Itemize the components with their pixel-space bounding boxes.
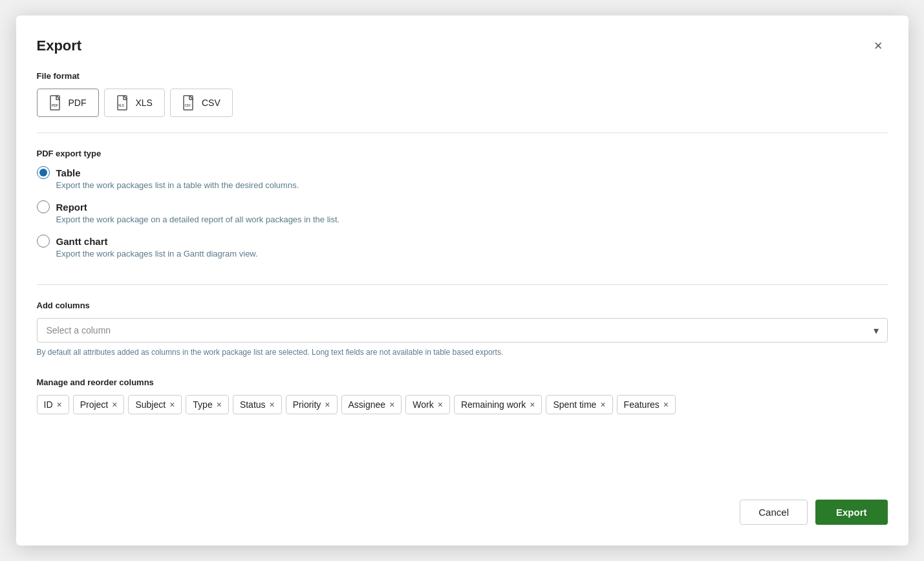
- export-type-report: Report Export the work package on a deta…: [37, 200, 888, 224]
- divider-1: [37, 132, 888, 133]
- column-chip-label-work: Work: [413, 399, 433, 410]
- column-chip-remove-subject[interactable]: ×: [169, 400, 175, 409]
- column-chip-remove-features[interactable]: ×: [663, 400, 669, 409]
- column-chip-spent-time: Spent time×: [546, 395, 612, 414]
- column-chip-label-remaining-work: Remaining work: [461, 399, 526, 410]
- export-type-gantt: Gantt chart Export the work packages lis…: [37, 235, 888, 259]
- radio-report[interactable]: [37, 200, 50, 213]
- add-columns-section: Add columns Select a column ▾ By default…: [37, 301, 888, 367]
- csv-icon: CSV: [182, 94, 197, 111]
- svg-text:CSV: CSV: [184, 104, 190, 107]
- column-chip-remove-priority[interactable]: ×: [325, 400, 330, 409]
- column-chip-priority: Priority×: [286, 395, 338, 414]
- divider-2: [37, 284, 888, 285]
- dialog-footer: Cancel Export: [37, 484, 888, 525]
- column-chip-assignee: Assignee×: [341, 395, 402, 414]
- column-chip-remove-id[interactable]: ×: [57, 400, 62, 409]
- column-chip-label-priority: Priority: [293, 399, 321, 410]
- column-chip-remove-remaining-work[interactable]: ×: [530, 400, 535, 409]
- column-chip-remove-work[interactable]: ×: [438, 400, 443, 409]
- format-pdf-label: PDF: [69, 98, 87, 108]
- column-select[interactable]: Select a column: [37, 318, 888, 343]
- export-type-report-row: Report: [37, 200, 888, 213]
- column-chip-subject: Subject×: [128, 395, 182, 414]
- add-columns-label: Add columns: [37, 301, 888, 310]
- column-chip-label-subject: Subject: [135, 399, 166, 410]
- radio-table-label: Table: [56, 167, 81, 178]
- export-dialog: Export × File format PDF PDF: [16, 16, 908, 545]
- svg-text:PDF: PDF: [52, 103, 58, 107]
- column-select-wrapper: Select a column ▾: [37, 318, 888, 343]
- column-chip-remove-status[interactable]: ×: [270, 400, 275, 409]
- dialog-title: Export: [37, 37, 82, 54]
- radio-report-desc: Export the work package on a detailed re…: [56, 215, 888, 224]
- format-xls-button[interactable]: XLS XLS: [104, 89, 165, 117]
- column-chip-label-spent-time: Spent time: [553, 399, 596, 410]
- column-chip-remove-assignee[interactable]: ×: [389, 400, 394, 409]
- column-chip-id: ID×: [37, 395, 69, 414]
- manage-columns-section: Manage and reorder columns ID×Project×Su…: [37, 377, 888, 414]
- manage-columns-label: Manage and reorder columns: [37, 377, 888, 387]
- radio-gantt[interactable]: [37, 235, 50, 248]
- export-type-section: PDF export type Table Export the work pa…: [37, 149, 888, 269]
- cancel-button[interactable]: Cancel: [740, 500, 808, 525]
- column-chip-status: Status×: [233, 395, 282, 414]
- svg-text:XLS: XLS: [118, 104, 124, 107]
- column-chip-features: Features×: [617, 395, 676, 414]
- radio-gantt-desc: Export the work packages list in a Gantt…: [56, 249, 888, 259]
- export-type-table-row: Table: [37, 166, 888, 179]
- xls-icon: XLS: [116, 94, 131, 111]
- export-button[interactable]: Export: [815, 500, 888, 525]
- format-csv-button[interactable]: CSV CSV: [170, 89, 233, 117]
- column-chip-remove-spent-time[interactable]: ×: [600, 400, 605, 409]
- format-pdf-button[interactable]: PDF PDF: [37, 89, 99, 117]
- export-type-label: PDF export type: [37, 149, 888, 158]
- pdf-icon: PDF: [49, 94, 63, 111]
- column-chip-label-id: ID: [44, 399, 53, 410]
- file-format-options: PDF PDF XLS XLS CS: [37, 89, 888, 117]
- column-chip-type: Type×: [186, 395, 229, 414]
- format-csv-label: CSV: [202, 98, 220, 108]
- column-chip-project: Project×: [73, 395, 125, 414]
- columns-hint: By default all attributes added as colum…: [37, 348, 888, 357]
- file-format-label: File format: [37, 71, 888, 81]
- column-chip-work: Work×: [405, 395, 450, 414]
- radio-table-desc: Export the work packages list in a table…: [56, 180, 888, 190]
- columns-chips: ID×Project×Subject×Type×Status×Priority×…: [37, 395, 888, 414]
- format-xls-label: XLS: [136, 98, 153, 108]
- close-button[interactable]: ×: [869, 36, 888, 56]
- export-type-table: Table Export the work packages list in a…: [37, 166, 888, 190]
- radio-table[interactable]: [37, 166, 50, 179]
- column-chip-label-features: Features: [624, 399, 660, 410]
- column-chip-remove-project[interactable]: ×: [112, 400, 117, 409]
- export-type-gantt-row: Gantt chart: [37, 235, 888, 248]
- radio-gantt-label: Gantt chart: [56, 236, 108, 247]
- column-chip-remaining-work: Remaining work×: [454, 395, 543, 414]
- radio-report-label: Report: [56, 202, 87, 213]
- column-chip-label-assignee: Assignee: [349, 399, 386, 410]
- column-chip-label-status: Status: [240, 399, 266, 410]
- column-chip-remove-type[interactable]: ×: [217, 400, 222, 409]
- column-chip-label-type: Type: [193, 399, 212, 410]
- column-chip-label-project: Project: [80, 399, 109, 410]
- dialog-header: Export ×: [37, 36, 888, 56]
